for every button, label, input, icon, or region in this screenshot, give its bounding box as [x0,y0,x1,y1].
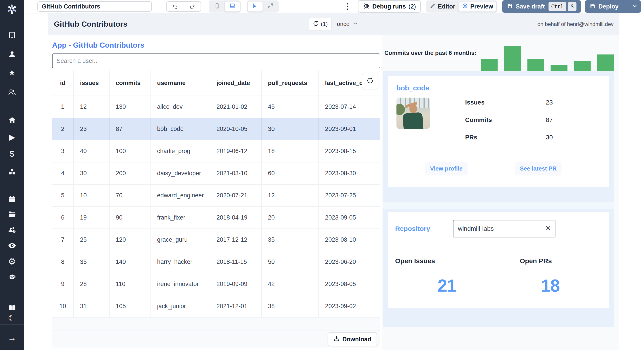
table-cell: 12 [74,96,110,118]
table-cell: 35 [74,251,110,273]
sidebar-item-favorites[interactable]: ★ [5,68,19,78]
schedule-label: once [337,21,350,28]
on-behalf-of-label: on behalf of henri@windmill.dev [537,21,614,27]
repo-stat-value: 21 [438,275,456,296]
refresh-count: (1) [321,21,328,27]
avatar [396,98,430,129]
sidebar-item-ai[interactable] [5,272,19,281]
sidebar-divider [0,106,24,106]
repository-card-title: Repository [395,225,430,232]
left-column: App - GitHub Contributors idissuescommit… [52,35,380,347]
fullwidth-button[interactable] [263,1,278,12]
app-refresh-button[interactable]: (1) [309,18,332,31]
arrow-right-icon: → [8,334,16,342]
sidebar-collapse-button[interactable]: → [5,333,19,343]
table-cell: 60 [262,162,319,184]
sidebar-item-folders[interactable] [5,209,19,219]
table-cell: frank_fixer [151,207,210,228]
table-cell: 2 [52,118,74,140]
table-cell: 2023-08-10 [319,229,380,251]
deploy-dropdown-button[interactable] [629,0,641,13]
sidebar-item-billing[interactable]: $ [5,149,19,159]
app-name-input[interactable] [37,1,152,12]
table-cell: 2020-10-05 [210,118,262,140]
sidebar-item-schedules[interactable] [5,194,19,204]
table-cell: grace_guru [151,229,210,251]
table-cell: 87 [110,118,151,140]
table-header-row: idissuescommitsusernamejoined_datepull_r… [52,71,380,96]
search-input[interactable] [52,54,380,68]
table-cell: daisy_developer [151,162,210,184]
repo-stat-label-col: Open PRs [499,257,602,265]
download-button[interactable]: Download [328,332,377,346]
table-row[interactable]: 340100charlie_prog2019-06-12182023-08-15 [52,140,380,162]
windmill-logo[interactable] [6,3,18,16]
table-row[interactable]: 835140harry_hacker2018-11-15502023-06-20 [52,251,380,273]
deploy-button[interactable]: Deploy [585,0,641,13]
table-row[interactable]: 51070edward_engineer2020-07-21122023-07-… [52,185,380,207]
dark-mode-toggle[interactable]: ☾ [5,313,19,323]
center-align-button[interactable] [248,1,263,12]
clear-input-button[interactable] [545,225,552,232]
table-cell: 25 [74,229,110,251]
robot-icon [8,272,16,281]
mobile-view-button[interactable] [210,1,225,12]
schedule-dropdown[interactable]: once [337,20,358,28]
chevron-down-icon [353,20,358,28]
sidebar-item-groups[interactable] [5,88,19,97]
column-header-issues: issues [74,71,110,96]
undo-button[interactable] [166,2,184,11]
table-row[interactable]: 725120grace_guru2017-12-12352023-08-10 [52,229,380,251]
see-latest-pr-button[interactable]: See latest PR [515,162,562,175]
download-icon [334,335,340,343]
refresh-icon [366,77,374,85]
table-row[interactable]: 112130alice_dev2021-01-02452023-07-14 [52,96,380,118]
redo-button[interactable] [184,2,200,11]
shortcut-key: Ctrl [548,2,566,11]
desktop-view-button[interactable] [225,1,240,12]
view-profile-button[interactable]: View profile [425,162,468,175]
gear-icon: ⚙ [8,257,16,266]
more-options-menu[interactable] [343,1,352,12]
column-header-id: id [52,71,74,96]
building-icon [8,31,16,39]
app-title: App - GitHub Contributors [52,41,380,50]
table-row[interactable]: 1031105jack_junior2021-12-01382023-09-02 [52,295,380,317]
sidebar-item-settings[interactable]: ⚙ [5,256,19,266]
sidebar-item-workers[interactable] [5,225,19,235]
table-cell: 2018-11-15 [210,251,262,273]
save-icon [507,3,513,11]
repository-card: Repository [388,212,609,308]
shortcut-chips: CtrlS [548,2,576,11]
preview-tab-label: Preview [470,3,493,10]
sidebar-item-user[interactable] [5,50,19,59]
table-row[interactable]: 928110irene_innovator2019-09-09422023-08… [52,273,380,295]
sidebar-item-resources[interactable] [5,167,19,177]
stat-value: 87 [546,116,553,124]
table-cell: 10 [74,185,110,206]
repository-input[interactable] [453,220,556,237]
sidebar-item-runs[interactable]: ▶ [5,132,19,142]
save-draft-button[interactable]: Save draft CtrlS [502,0,581,13]
chart-bar-4 [550,65,568,71]
editor-pane: Debug runs (2) Editor [24,0,644,350]
debug-runs-label: Debug runs [372,3,406,10]
refresh-icon [313,20,319,28]
sidebar-item-audit[interactable] [5,241,19,251]
table-refresh-button[interactable] [362,73,378,89]
sidebar-item-workspace[interactable] [5,30,19,40]
sidebar-item-docs[interactable] [5,303,19,313]
table-row[interactable]: 430200daisy_developer2021-03-10602023-08… [52,162,380,185]
table-cell: harry_hacker [151,251,210,273]
table-row[interactable]: 22387bob_code2020-10-05302023-09-01 [52,118,380,140]
table-cell: 130 [110,96,151,118]
debug-runs-button[interactable]: Debug runs (2) [358,0,421,13]
preview-tab[interactable]: Preview [458,1,496,12]
editor-tab[interactable]: Editor [427,1,458,12]
repo-stat-value-col: 21 [395,275,499,296]
sidebar-item-home[interactable] [5,115,19,125]
deploy-divider [626,0,626,13]
table-row[interactable]: 61990frank_fixer2018-04-19202023-09-05 [52,207,380,229]
table-cell: 2019-09-09 [210,273,262,295]
expand-icon [267,3,274,11]
